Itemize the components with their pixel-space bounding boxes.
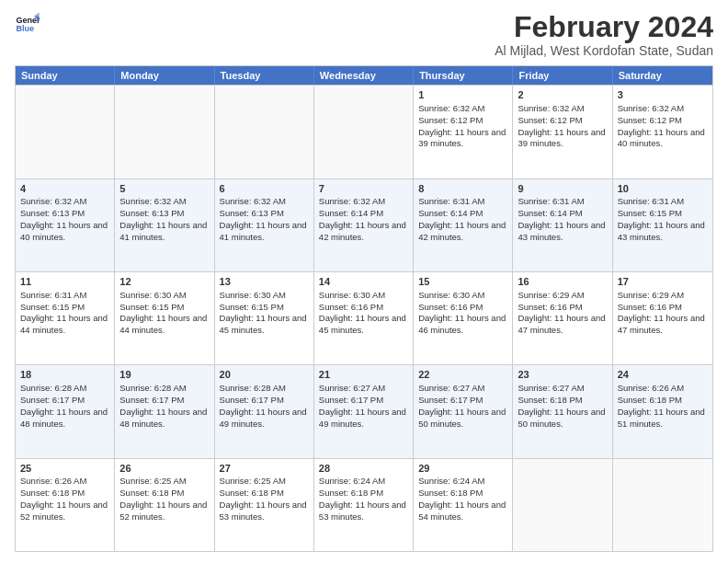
cal-cell-w1-d1	[16, 86, 115, 178]
month-title: February 2024	[495, 11, 713, 43]
sunset-text: Sunset: 6:14 PM	[319, 208, 383, 218]
day-number: 15	[418, 275, 507, 289]
header-wednesday: Wednesday	[314, 66, 414, 85]
day-number: 17	[618, 275, 708, 289]
sunset-text: Sunset: 6:12 PM	[418, 115, 483, 125]
day-number: 4	[20, 182, 109, 196]
sunset-text: Sunset: 6:17 PM	[119, 395, 184, 405]
day-number: 20	[220, 368, 309, 382]
daylight-text: Daylight: 11 hours and 40 minutes.	[20, 220, 108, 242]
daylight-text: Daylight: 11 hours and 42 minutes.	[418, 220, 506, 242]
week-row-1: 1Sunrise: 6:32 AMSunset: 6:12 PMDaylight…	[16, 85, 712, 178]
day-number: 11	[20, 275, 109, 289]
daylight-text: Daylight: 11 hours and 43 minutes.	[618, 220, 705, 242]
logo-icon: General Blue	[15, 11, 40, 37]
sunset-text: Sunset: 6:14 PM	[418, 208, 483, 218]
cal-cell-w1-d2	[115, 86, 214, 178]
cal-cell-w1-d6: 2Sunrise: 6:32 AMSunset: 6:12 PMDaylight…	[513, 86, 612, 178]
daylight-text: Daylight: 11 hours and 53 minutes.	[220, 500, 307, 522]
day-number: 5	[119, 182, 209, 196]
header-tuesday: Tuesday	[215, 66, 314, 85]
day-number: 19	[119, 368, 209, 382]
cal-cell-w5-d1: 25Sunrise: 6:26 AMSunset: 6:18 PMDayligh…	[16, 459, 115, 551]
cal-cell-w2-d5: 8Sunrise: 6:31 AMSunset: 6:14 PMDaylight…	[414, 179, 513, 271]
sunrise-text: Sunrise: 6:32 AM	[20, 196, 86, 206]
sunrise-text: Sunrise: 6:32 AM	[418, 103, 484, 113]
sunset-text: Sunset: 6:18 PM	[319, 488, 383, 498]
sunrise-text: Sunrise: 6:24 AM	[319, 476, 385, 486]
day-number: 9	[518, 182, 607, 196]
sunrise-text: Sunrise: 6:29 AM	[618, 290, 684, 300]
calendar-header-row: Sunday Monday Tuesday Wednesday Thursday…	[16, 66, 712, 85]
day-number: 29	[418, 462, 507, 476]
sunset-text: Sunset: 6:16 PM	[618, 302, 682, 312]
week-row-2: 4Sunrise: 6:32 AMSunset: 6:13 PMDaylight…	[16, 178, 712, 271]
cal-cell-w4-d1: 18Sunrise: 6:28 AMSunset: 6:17 PMDayligh…	[16, 365, 115, 457]
daylight-text: Daylight: 11 hours and 54 minutes.	[418, 500, 506, 522]
day-number: 23	[518, 368, 607, 382]
svg-marker-3	[34, 12, 40, 16]
day-number: 25	[20, 462, 109, 476]
sunrise-text: Sunrise: 6:32 AM	[518, 103, 584, 113]
sunrise-text: Sunrise: 6:32 AM	[119, 196, 186, 206]
sunrise-text: Sunrise: 6:31 AM	[418, 196, 484, 206]
header: General Blue February 2024 Al Mijlad, We…	[15, 11, 713, 58]
sunrise-text: Sunrise: 6:30 AM	[220, 290, 286, 300]
svg-text:Blue: Blue	[16, 24, 34, 33]
cal-cell-w1-d7: 3Sunrise: 6:32 AMSunset: 6:12 PMDaylight…	[613, 86, 712, 178]
day-number: 6	[220, 182, 309, 196]
cal-cell-w5-d5: 29Sunrise: 6:24 AMSunset: 6:18 PMDayligh…	[414, 459, 513, 551]
location-title: Al Mijlad, West Kordofan State, Sudan	[495, 43, 713, 58]
daylight-text: Daylight: 11 hours and 41 minutes.	[220, 220, 307, 242]
sunset-text: Sunset: 6:18 PM	[119, 488, 184, 498]
day-number: 13	[220, 275, 309, 289]
cal-cell-w5-d6	[513, 459, 612, 551]
cal-cell-w4-d6: 23Sunrise: 6:27 AMSunset: 6:18 PMDayligh…	[513, 365, 612, 457]
sunset-text: Sunset: 6:15 PM	[119, 302, 184, 312]
daylight-text: Daylight: 11 hours and 39 minutes.	[418, 127, 506, 149]
sunrise-text: Sunrise: 6:30 AM	[418, 290, 484, 300]
sunset-text: Sunset: 6:12 PM	[618, 115, 682, 125]
sunrise-text: Sunrise: 6:30 AM	[319, 290, 385, 300]
day-number: 22	[418, 368, 507, 382]
sunset-text: Sunset: 6:16 PM	[518, 302, 582, 312]
daylight-text: Daylight: 11 hours and 50 minutes.	[418, 407, 506, 429]
day-number: 8	[418, 182, 507, 196]
title-block: February 2024 Al Mijlad, West Kordofan S…	[495, 11, 713, 58]
daylight-text: Daylight: 11 hours and 47 minutes.	[618, 313, 705, 335]
sunrise-text: Sunrise: 6:25 AM	[119, 476, 186, 486]
sunset-text: Sunset: 6:14 PM	[518, 208, 582, 218]
sunset-text: Sunset: 6:17 PM	[418, 395, 483, 405]
daylight-text: Daylight: 11 hours and 49 minutes.	[319, 407, 406, 429]
week-row-3: 11Sunrise: 6:31 AMSunset: 6:15 PMDayligh…	[16, 271, 712, 364]
daylight-text: Daylight: 11 hours and 43 minutes.	[518, 220, 605, 242]
daylight-text: Daylight: 11 hours and 48 minutes.	[20, 407, 108, 429]
sunrise-text: Sunrise: 6:24 AM	[418, 476, 484, 486]
daylight-text: Daylight: 11 hours and 49 minutes.	[220, 407, 307, 429]
sunrise-text: Sunrise: 6:28 AM	[119, 383, 186, 393]
day-number: 1	[418, 88, 507, 102]
day-number: 28	[319, 462, 408, 476]
daylight-text: Daylight: 11 hours and 46 minutes.	[418, 313, 506, 335]
week-row-5: 25Sunrise: 6:26 AMSunset: 6:18 PMDayligh…	[16, 458, 712, 551]
cal-cell-w2-d2: 5Sunrise: 6:32 AMSunset: 6:13 PMDaylight…	[115, 179, 214, 271]
cal-cell-w4-d3: 20Sunrise: 6:28 AMSunset: 6:17 PMDayligh…	[215, 365, 314, 457]
daylight-text: Daylight: 11 hours and 42 minutes.	[319, 220, 406, 242]
sunrise-text: Sunrise: 6:27 AM	[319, 383, 385, 393]
day-number: 12	[119, 275, 209, 289]
cal-cell-w3-d3: 13Sunrise: 6:30 AMSunset: 6:15 PMDayligh…	[215, 272, 314, 364]
daylight-text: Daylight: 11 hours and 47 minutes.	[518, 313, 605, 335]
cal-cell-w3-d4: 14Sunrise: 6:30 AMSunset: 6:16 PMDayligh…	[314, 272, 414, 364]
sunrise-text: Sunrise: 6:26 AM	[20, 476, 86, 486]
sunset-text: Sunset: 6:12 PM	[518, 115, 582, 125]
cal-cell-w4-d2: 19Sunrise: 6:28 AMSunset: 6:17 PMDayligh…	[115, 365, 214, 457]
sunrise-text: Sunrise: 6:32 AM	[220, 196, 286, 206]
cal-cell-w2-d7: 10Sunrise: 6:31 AMSunset: 6:15 PMDayligh…	[613, 179, 712, 271]
header-saturday: Saturday	[613, 66, 712, 85]
cal-cell-w1-d3	[215, 86, 314, 178]
sunset-text: Sunset: 6:16 PM	[418, 302, 483, 312]
sunrise-text: Sunrise: 6:32 AM	[618, 103, 684, 113]
daylight-text: Daylight: 11 hours and 52 minutes.	[119, 500, 207, 522]
cal-cell-w1-d4	[314, 86, 414, 178]
sunset-text: Sunset: 6:18 PM	[618, 395, 682, 405]
